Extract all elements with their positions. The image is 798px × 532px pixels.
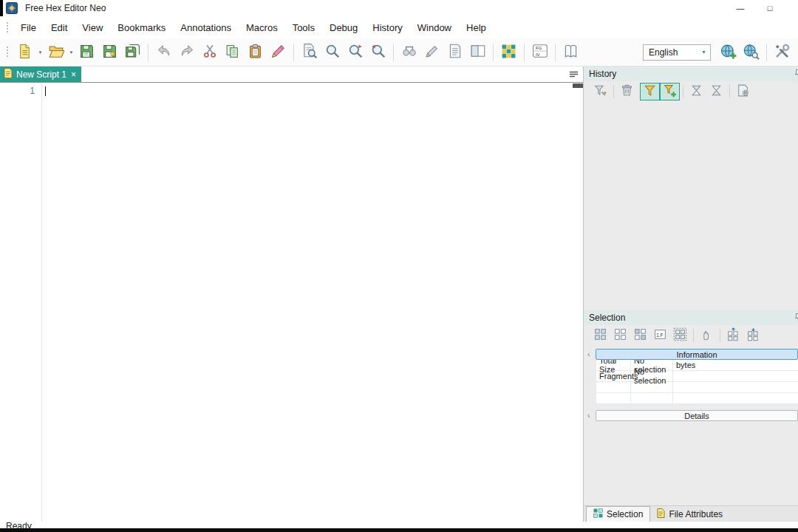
select-range-button[interactable]: 1.F [650,327,670,344]
new-document-dropdown[interactable]: ▼ [36,41,44,64]
status-text: Ready [6,522,798,528]
selection-tab-icon [593,508,603,520]
menu-tools[interactable]: Tools [285,19,322,36]
info-row-unit: bytes [673,360,798,370]
replace-button[interactable] [420,41,443,64]
tab-file-attributes[interactable]: File Attributes [650,506,729,522]
record-history-button[interactable] [640,83,660,100]
open-file-dropdown[interactable]: ▼ [67,41,75,64]
script-editor[interactable]: 1 [0,83,583,522]
split-view-button[interactable] [466,41,489,64]
select-none-button[interactable] [610,327,630,344]
collapse-icon[interactable]: ‹ [587,410,590,421]
toolbar-separator [613,85,614,98]
load-selection-button[interactable] [743,327,763,344]
menu-macros[interactable]: Macros [239,19,285,36]
pin-icon[interactable] [794,69,798,78]
open-file-icon [48,43,64,61]
copy-button[interactable] [221,41,244,64]
history-back-button[interactable] [686,83,706,100]
new-document-button[interactable] [13,41,36,64]
toolbar-separator [683,85,683,98]
invert-selection-icon [633,327,647,344]
information-header[interactable]: Information [596,349,798,360]
vertical-scrollbar[interactable] [573,83,583,88]
save-as-button[interactable] [98,41,121,64]
pattern-button[interactable] [497,41,520,64]
details-section: ‹ Details [596,410,798,421]
print-preview-icon [301,43,318,61]
paste-icon [248,44,263,61]
history-list[interactable] [584,102,798,310]
view-document-button[interactable] [443,41,466,64]
menu-history[interactable]: History [365,19,409,36]
menu-file[interactable]: File [13,19,44,36]
open-file-button[interactable] [44,41,67,64]
settings-button[interactable] [771,41,794,64]
menu-bookmarks[interactable]: Bookmarks [110,19,173,36]
language-select[interactable]: English ▼ [643,44,711,61]
save-all-button[interactable] [121,41,144,64]
branch-history-button[interactable] [660,83,680,100]
grab-selection-button[interactable] [697,327,717,344]
menu-window[interactable]: Window [410,19,459,36]
tab-new-script-1[interactable]: New Script 1 × [0,66,81,82]
web-search-button[interactable] [740,41,763,64]
menu-annotations[interactable]: Annotations [173,19,239,36]
tab-close-button[interactable]: × [71,70,76,79]
encoding-button[interactable]: FGIV [528,41,551,64]
toolbar-separator [729,85,730,98]
maximize-button[interactable]: □ [755,0,785,16]
menu-edit[interactable]: Edit [44,19,75,36]
find-previous-button[interactable] [366,41,389,64]
toolbar-separator [693,329,694,342]
table-row-empty [596,393,798,404]
svg-text:IV: IV [535,52,539,57]
toolbar-grip[interactable] [6,46,9,58]
menu-view[interactable]: View [75,19,110,36]
compare-button[interactable] [559,41,582,64]
toolbar-separator [555,44,556,61]
collapse-icon[interactable]: ‹ [587,349,590,360]
menu-debug[interactable]: Debug [322,19,365,36]
tab-label: Selection [607,509,643,519]
undo-button[interactable] [152,41,175,64]
erase-button[interactable] [267,41,290,64]
invert-selection-button[interactable] [630,327,650,344]
select-all-button[interactable] [590,327,610,344]
toolbar-separator [766,44,767,61]
tab-label: New Script 1 [16,69,66,80]
script-icon [4,68,13,81]
toolbar-separator [148,44,149,61]
web-search-icon [743,43,760,62]
save-all-icon [125,44,140,61]
tab-selection[interactable]: Selection [586,506,650,522]
history-settings-button[interactable] [733,83,753,100]
paste-button[interactable] [244,41,267,64]
history-forward-button[interactable] [706,83,726,100]
save-selection-button[interactable] [723,327,743,344]
info-row-name: Total Size [596,360,631,370]
toolbar-separator [524,44,525,61]
select-block-button[interactable] [670,327,690,344]
redo-button[interactable] [175,41,198,64]
document-list-button[interactable] [569,71,579,78]
find-next-button[interactable] [344,41,366,64]
minimize-button[interactable]: — [726,0,755,16]
menu-help[interactable]: Help [459,19,494,36]
save-button[interactable] [75,41,98,64]
details-header[interactable]: Details [596,410,798,421]
find-all-button[interactable] [398,41,420,64]
cut-button[interactable] [198,41,221,64]
pin-icon[interactable] [794,313,798,322]
information-section: ‹ Information [596,349,798,360]
print-preview-button[interactable] [298,41,321,64]
step-forward-icon [709,83,723,100]
clear-history-button[interactable] [590,83,610,100]
toolbar-separator [720,329,720,342]
menubar-grip[interactable] [6,21,9,34]
code-area[interactable] [42,83,583,522]
find-button[interactable] [321,41,344,64]
web-update-button[interactable] [717,41,740,64]
delete-history-button[interactable] [617,83,637,100]
